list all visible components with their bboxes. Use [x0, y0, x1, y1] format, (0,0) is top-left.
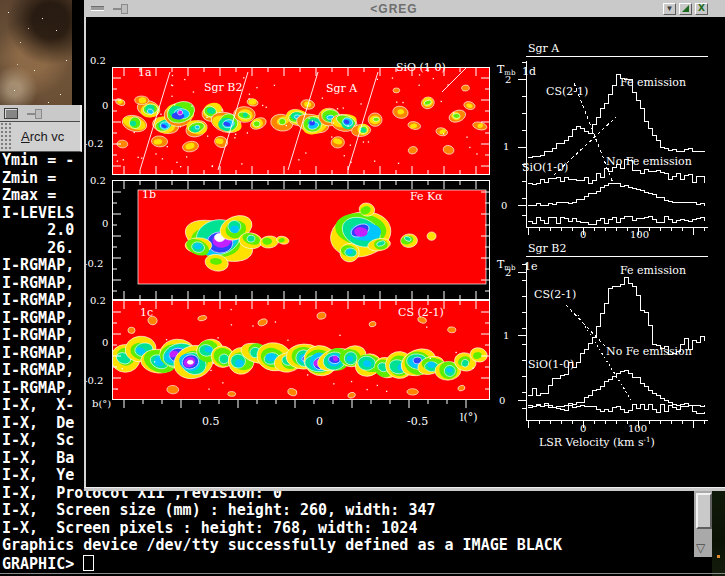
map-c-line-label: CS (2-1): [398, 306, 444, 319]
map-a-ytick: 0.2: [90, 55, 106, 66]
map-a-ytick: -0.2: [84, 138, 103, 149]
arch-titlebar[interactable]: [0, 105, 80, 122]
terminal-prompt: GRAPHIC>: [2, 555, 83, 573]
map-c-xtick: -0.5: [407, 415, 428, 428]
map-b-ytick: 0.2: [90, 175, 106, 186]
terminal-prompt-line[interactable]: GRAPHIC>: [2, 555, 562, 573]
map-b-ytick: 0: [102, 218, 108, 229]
spectra-d-xtick: 100: [630, 229, 649, 240]
spectra-e-ytick: 2: [505, 267, 511, 278]
map-c-ytick: 0: [102, 337, 108, 348]
terminal-scrollbar[interactable]: ▽: [693, 488, 712, 557]
map-b-line-label: Fe Kα: [410, 190, 443, 203]
map-c-ytick: -0.2: [84, 375, 103, 386]
menu-grip[interactable]: [0, 122, 11, 151]
maximize-icon: [682, 5, 689, 12]
map-c-xtick: 0: [316, 415, 323, 428]
pin-icon[interactable]: [27, 109, 42, 118]
greg-window: <GREG ▼ X 0.2 0 -0.2 1a Sgr B2 Sgr A SiO…: [84, 0, 725, 490]
wallpaper-stars: [8, 12, 9, 13]
spectra-d-xtick: 0: [580, 229, 586, 240]
spectra-e-cs-label: CS(2-1): [534, 288, 576, 301]
map-a-region-sgrb2: Sgr B2: [204, 81, 242, 94]
map-a-line-label: SiO (1-0): [396, 61, 446, 74]
spectra-e-fe-label: Fe emission: [620, 264, 686, 277]
desktop: Ymin = - Zmin = Zmax = I-LEVELS 2.0 26. …: [0, 0, 725, 576]
desktop-star: [717, 555, 720, 558]
spectra-e-xlabel: LSR Velocity (km s-1): [539, 436, 655, 449]
arch-window: Arch vc: [0, 105, 82, 152]
map-a-region-sgra: Sgr A: [326, 82, 357, 95]
greg-titlebar[interactable]: <GREG ▼ X: [84, 0, 725, 18]
spectra-d-nofe-label: No Fe emission: [606, 155, 692, 168]
minimize-icon: ▼: [666, 5, 674, 13]
spectra-e-title: Sgr B2: [528, 242, 566, 255]
terminal-line: Graphics device /dev/tty successfully de…: [2, 537, 562, 555]
map-b-label: 1b: [142, 188, 156, 201]
spectra-d-sio-label: SiO(1-0): [522, 161, 568, 174]
spectra-d-ytick: 1: [503, 141, 509, 152]
greg-left-border: [84, 17, 86, 490]
spectra-d-fe-label: Fe emission: [620, 76, 686, 89]
spectra-e-xtick: 100: [628, 423, 647, 434]
window-pin-icon[interactable]: [113, 4, 128, 13]
screen-icon: [4, 108, 18, 119]
spectra-d-label: 1d: [522, 65, 536, 78]
wallpaper-image: [0, 0, 72, 105]
map-c-label: 1c: [140, 306, 153, 319]
spectra-d-ytick: 0: [501, 200, 507, 211]
spectra-e-xtick: 0: [580, 423, 586, 434]
map-c-ylabel: b(°): [92, 398, 111, 409]
terminal-cursor[interactable]: [83, 555, 94, 571]
terminal-line: I-X, Screen size (mm) : height: 260, wid…: [2, 502, 562, 520]
spectra-e-sio-label: SiO(1-0): [528, 358, 574, 371]
greg-canvas[interactable]: 0.2 0 -0.2 1a Sgr B2 Sgr A SiO (1-0) 0.2…: [84, 17, 725, 487]
spectra-d-cs-label: CS(2-1): [546, 85, 588, 98]
minimize-button[interactable]: ▼: [663, 3, 676, 15]
map-b-ytick: -0.2: [84, 258, 103, 269]
spectra-e-ytick: 0: [499, 395, 505, 406]
spectra-e-nofe-label: No Fe emission: [606, 345, 692, 358]
spectra-e-ytick: 1: [503, 330, 509, 341]
map-c-ytick: 0.2: [90, 295, 106, 306]
spectra-e-label: 1e: [524, 260, 538, 273]
close-button[interactable]: X: [695, 3, 708, 15]
screen-bottom-edge: [0, 573, 725, 574]
maximize-button[interactable]: [679, 3, 692, 15]
close-icon: X: [698, 4, 705, 13]
greg-bottom-border: [84, 487, 725, 491]
window-title: <GREG: [128, 2, 660, 16]
map-a-ytick: 0: [102, 100, 108, 111]
terminal-line: I-X, Screen pixels : height: 768, width:…: [2, 520, 562, 538]
scrollbar-down-arrow-icon[interactable]: ▽: [696, 541, 705, 555]
map-c-xtick: 0.5: [202, 415, 220, 428]
map-a-label: 1a: [138, 66, 152, 79]
menu-item-archive[interactable]: Arch vc: [11, 122, 80, 151]
spectra-d-title: Sgr A: [528, 42, 559, 55]
spectra-d-ytick: 2: [505, 74, 511, 85]
map-c-xunit: l(°): [460, 411, 478, 424]
map-sio-svg: [112, 60, 490, 175]
scrollbar-thumb[interactable]: [696, 493, 712, 529]
desktop-texture: [712, 488, 725, 576]
window-menu-icon[interactable]: [91, 6, 104, 11]
